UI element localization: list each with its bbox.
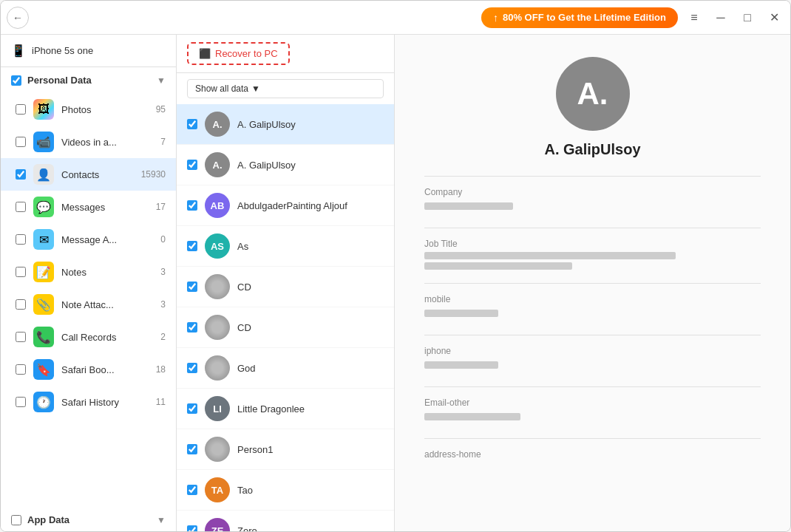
contact-checkbox-3[interactable]: [187, 200, 197, 211]
sidebar-item-contacts[interactable]: 👤 Contacts 15930: [1, 158, 176, 191]
close-button[interactable]: ✕: [764, 7, 784, 28]
contact-checkbox-5[interactable]: [187, 282, 197, 292]
sidebar-label-messageA: Message A...: [61, 234, 153, 245]
contact-name-11: Zero: [237, 525, 257, 533]
sidebar-item-safariBoo[interactable]: 🔖 Safari Boo... 18: [1, 353, 176, 386]
sidebar-checkbox-noteAttac[interactable]: [16, 299, 26, 310]
sidebar-item-notes[interactable]: 📝 Notes 3: [1, 256, 176, 288]
title-bar: ← 80% OFF to Get the Lifetime Edition ≡ …: [1, 1, 790, 35]
app-data-label: App Data: [27, 514, 69, 525]
sidebar-count-photos: 95: [156, 104, 166, 115]
contact-item-6[interactable]: CD: [177, 307, 394, 348]
contact-name-6: CD: [237, 322, 251, 333]
personal-data-checkbox[interactable]: [11, 75, 21, 86]
contact-checkbox-1[interactable]: [187, 119, 197, 129]
contact-avatar-5: [205, 274, 230, 299]
contact-big-initial: A.: [577, 76, 608, 112]
contact-avatar-2: A.: [205, 152, 230, 177]
sidebar-item-messageA[interactable]: ✉ Message A... 0: [1, 223, 176, 256]
contact-checkbox-4[interactable]: [187, 241, 197, 251]
recover-button[interactable]: ⬛ Recover to PC: [187, 42, 290, 65]
maximize-button[interactable]: □: [737, 7, 758, 28]
personal-data-section[interactable]: Personal Data ▼: [1, 67, 176, 93]
show-all-arrow: ▼: [251, 83, 260, 94]
sidebar-label-noteAttac: Note Attac...: [61, 299, 153, 310]
contact-item-2[interactable]: A. A. GalipUlsoy: [177, 145, 394, 185]
contact-item-5[interactable]: CD: [177, 267, 394, 307]
contact-item-1[interactable]: A. A. GalipUlsoy: [177, 104, 394, 145]
sidebar-checkbox-notes[interactable]: [16, 267, 26, 277]
contact-big-name: A. GalipUlsoy: [544, 141, 640, 158]
contact-avatar-6: [205, 315, 230, 340]
personal-data-left: Personal Data: [11, 75, 92, 86]
sidebar-label-safariHist: Safari History: [61, 397, 149, 408]
contact-name-9: Person1: [237, 444, 273, 455]
contact-item-8[interactable]: LI Little Dragonlee: [177, 389, 394, 429]
contact-checkbox-11[interactable]: [187, 525, 197, 532]
address-label: address-home: [424, 449, 761, 460]
sidebar-icon-noteAttac: 📎: [33, 294, 54, 315]
minimize-button[interactable]: ─: [710, 7, 731, 28]
contact-item-3[interactable]: AB AbdulgaderPainting Aljouf: [177, 185, 394, 226]
recover-icon: ⬛: [199, 48, 211, 59]
sidebar-item-photos[interactable]: 🖼 Photos 95: [1, 93, 176, 126]
sidebar-checkbox-messages[interactable]: [16, 202, 26, 212]
contact-item-11[interactable]: ZE Zero: [177, 511, 394, 532]
menu-button[interactable]: ≡: [684, 7, 705, 28]
email-section: Email-other: [424, 386, 761, 428]
show-all-button[interactable]: Show all data ▼: [187, 79, 384, 98]
sidebar-count-callRecords: 2: [160, 332, 166, 342]
sidebar-checkbox-photos[interactable]: [16, 104, 26, 115]
email-value: [424, 411, 761, 425]
contact-item-7[interactable]: God: [177, 348, 394, 389]
company-section: Company: [424, 176, 761, 217]
sidebar-checkbox-safariHist[interactable]: [16, 397, 26, 407]
sidebar-icon-callRecords: 📞: [33, 327, 54, 347]
sidebar-count-messageA: 0: [160, 234, 166, 245]
app-data-arrow: ▼: [157, 515, 166, 525]
sidebar-label-notes: Notes: [61, 267, 153, 278]
contact-checkbox-7[interactable]: [187, 363, 197, 373]
main-layout: 📱 iPhone 5s one Personal Data ▼ 🖼 Photos…: [1, 35, 790, 532]
contact-item-4[interactable]: AS As: [177, 226, 394, 267]
sidebar-item-callRecords[interactable]: 📞 Call Records 2: [1, 321, 176, 353]
contact-name-7: God: [237, 363, 256, 374]
sidebar-checkbox-messageA[interactable]: [16, 234, 26, 245]
contact-name-4: As: [237, 241, 248, 252]
contact-checkbox-9[interactable]: [187, 444, 197, 454]
app-data-section[interactable]: App Data ▼: [1, 507, 176, 532]
contact-checkbox-6[interactable]: [187, 322, 197, 332]
contact-item-9[interactable]: Person1: [177, 429, 394, 470]
sidebar-icon-safariHist: 🕐: [33, 392, 54, 412]
sidebar-item-safariHist[interactable]: 🕐 Safari History 11: [1, 386, 176, 418]
promo-button[interactable]: 80% OFF to Get the Lifetime Edition: [481, 7, 678, 28]
sidebar-checkbox-safariBoo[interactable]: [16, 364, 26, 375]
sidebar-label-messages: Messages: [61, 202, 149, 213]
sidebar-icon-messages: 💬: [33, 197, 54, 217]
device-header: 📱 iPhone 5s one: [1, 35, 176, 67]
contact-checkbox-2[interactable]: [187, 160, 197, 170]
middle-toolbar: ⬛ Recover to PC: [177, 35, 394, 73]
contact-item-10[interactable]: TA Tao: [177, 470, 394, 511]
sidebar-checkbox-contacts[interactable]: [16, 169, 26, 180]
sidebar-item-messages[interactable]: 💬 Messages 17: [1, 191, 176, 223]
email-label: Email-other: [424, 398, 761, 408]
sidebar-count-notes: 3: [160, 267, 166, 277]
sidebar-count-contacts: 15930: [141, 169, 166, 180]
sidebar-checkbox-videos[interactable]: [16, 137, 26, 147]
sidebar-label-videos: Videos in a...: [61, 137, 153, 148]
sidebar-item-noteAttac[interactable]: 📎 Note Attac... 3: [1, 288, 176, 321]
sidebar-item-videos[interactable]: 📹 Videos in a... 7: [1, 126, 176, 158]
contact-checkbox-10[interactable]: [187, 485, 197, 495]
contact-name-5: CD: [237, 282, 251, 293]
app-data-checkbox[interactable]: [11, 515, 21, 525]
iphone-label: iphone: [424, 346, 761, 356]
title-bar-left: ←: [7, 7, 475, 29]
sidebar-checkbox-callRecords[interactable]: [16, 332, 26, 342]
sidebar-count-messages: 17: [156, 202, 166, 212]
back-button[interactable]: ←: [7, 7, 29, 29]
sidebar-count-safariHist: 11: [156, 397, 166, 407]
job-title-section: Job Title: [424, 228, 761, 273]
contact-checkbox-8[interactable]: [187, 403, 197, 414]
contact-avatar-4: AS: [205, 233, 230, 259]
